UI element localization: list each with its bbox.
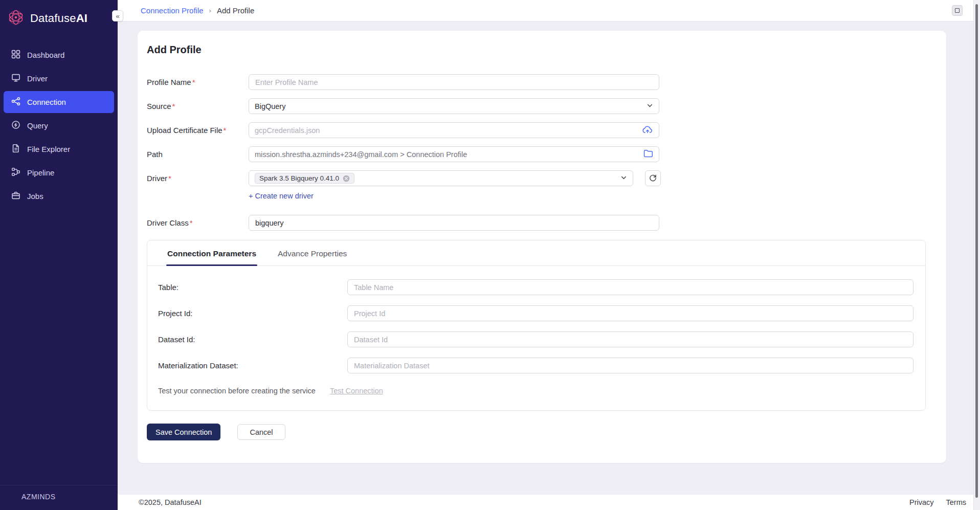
sidebar-item-connection[interactable]: Connection [4,91,114,113]
tab-advance-properties[interactable]: Advance Properties [277,240,348,265]
materialization-dataset-row: Materialization Dataset: [158,358,914,373]
create-driver-row: + Create new driver [249,191,926,201]
project-id-input[interactable] [347,305,914,321]
parameters-panel: Connection Parameters Advance Properties… [147,240,926,411]
footer-privacy-link[interactable]: Privacy [909,498,934,506]
profile-name-label: Profile Name* [147,74,249,86]
required-mark: * [168,174,171,183]
connection-icon [11,97,20,107]
sidebar-item-file-explorer[interactable]: File Explorer [4,138,114,160]
dashboard-icon [11,50,20,60]
sidebar-item-query[interactable]: Query [4,115,114,137]
required-mark: * [172,102,175,110]
sidebar-item-label: Pipeline [27,168,54,177]
chip-remove-icon[interactable] [343,175,350,182]
table-label: Table: [158,283,347,292]
certificate-row: Upload Certificate File* gcpCredentials.… [147,122,926,138]
breadcrumb-separator-icon: › [209,7,211,14]
sidebar-nav: Dashboard Driver Connection [0,39,118,485]
driver-class-input[interactable] [249,215,659,231]
sidebar-collapse-button[interactable]: « [112,10,123,21]
driver-class-row: Driver Class* [147,215,926,231]
breadcrumb-connection-profile[interactable]: Connection Profile [141,6,204,15]
chevron-down-icon [620,174,627,183]
app-root: DatafuseAI Dashboard Driver [0,0,980,510]
driver-class-label: Driver Class* [147,215,249,227]
collapse-icon: « [116,12,119,20]
source-label: Source* [147,98,249,110]
brand-logo-icon [7,9,25,28]
sidebar-item-dashboard[interactable]: Dashboard [4,44,114,66]
create-new-driver-link[interactable]: + Create new driver [249,192,314,200]
driver-chip-label: Spark 3.5 Bigquery 0.41.0 [259,174,339,182]
breadcrumb-current: Add Profile [217,6,254,15]
page-content: Add Profile Profile Name* Source* BigQue… [118,21,980,495]
form-actions: Save Connection Cancel [147,424,926,440]
required-mark: * [190,218,193,227]
tab-connection-parameters[interactable]: Connection Parameters [166,240,257,265]
sidebar-item-label: Driver [27,74,48,83]
file-explorer-icon [11,144,20,154]
sidebar: DatafuseAI Dashboard Driver [0,0,118,510]
test-connection-row: Test your connection before creating the… [158,387,914,395]
driver-label: Driver* [147,170,249,183]
source-selected-value: BigQuery [255,102,285,110]
sidebar-item-jobs[interactable]: Jobs [4,185,114,207]
topbar: Connection Profile › Add Profile [118,0,980,21]
cancel-button[interactable]: Cancel [237,424,285,440]
footer-terms-link[interactable]: Terms [946,498,966,506]
path-row: Path mission.shrestha.azminds+234@gmail.… [147,146,926,162]
source-row: Source* BigQuery [147,98,926,114]
top-right-widget-button[interactable] [952,5,963,16]
materialization-dataset-input[interactable] [347,358,914,373]
driver-select[interactable]: Spark 3.5 Bigquery 0.41.0 [249,170,633,186]
save-connection-button[interactable]: Save Connection [147,424,220,440]
dataset-id-label: Dataset Id: [158,335,347,344]
refresh-drivers-button[interactable] [645,170,661,186]
scrollbar-thumb[interactable] [975,4,978,498]
sidebar-item-pipeline[interactable]: Pipeline [4,162,114,184]
materialization-dataset-label: Materialization Dataset: [158,361,347,370]
sidebar-item-label: File Explorer [27,145,70,153]
certificate-upload-field[interactable]: gcpCredentials.json [249,122,659,138]
add-profile-card: Add Profile Profile Name* Source* BigQue… [138,31,946,463]
driver-row: Driver* Spark 3.5 Bigquery 0.41.0 [147,170,926,186]
footer-links: Privacy Terms [909,498,966,506]
sidebar-item-label: Dashboard [27,51,64,59]
pipeline-icon [11,167,20,178]
required-mark: * [192,78,195,86]
jobs-icon [11,191,20,202]
tab-bar: Connection Parameters Advance Properties [147,240,925,266]
driver-chip[interactable]: Spark 3.5 Bigquery 0.41.0 [255,173,354,184]
parameters-body: Table: Project Id: Dataset Id: M [147,266,925,410]
sidebar-item-label: Jobs [27,192,43,201]
folder-icon[interactable] [643,149,653,159]
dataset-id-input[interactable] [347,331,914,347]
project-id-label: Project Id: [158,309,347,318]
refresh-icon [649,174,657,183]
main-area: Connection Profile › Add Profile Add Pro… [118,0,980,510]
source-select[interactable]: BigQuery [249,98,659,114]
profile-name-input[interactable] [249,74,659,90]
project-id-row: Project Id: [158,305,914,321]
page-footer: ©2025, DatafuseAI Privacy Terms [118,495,980,510]
brand-logo[interactable]: DatafuseAI [0,0,118,39]
page-title: Add Profile [147,44,926,56]
path-field[interactable]: mission.shrestha.azminds+234@gmail.com >… [249,146,659,162]
cloud-upload-icon[interactable] [642,125,653,136]
driver-icon [11,73,20,84]
window-scrollbar [973,0,980,510]
footer-copyright: ©2025, DatafuseAI [139,498,202,506]
breadcrumb: Connection Profile › Add Profile [141,6,254,15]
sidebar-item-label: Query [27,121,48,130]
certificate-placeholder: gcpCredentials.json [255,126,320,135]
test-connection-hint: Test your connection before creating the… [158,387,316,395]
certificate-label: Upload Certificate File* [147,122,249,135]
brand-name: DatafuseAI [30,12,87,25]
test-connection-link[interactable]: Test Connection [330,387,383,395]
dataset-id-row: Dataset Id: [158,331,914,347]
table-input[interactable] [347,279,914,295]
sidebar-item-label: Connection [27,98,66,106]
sidebar-org-label: AZMINDS [0,485,118,510]
sidebar-item-driver[interactable]: Driver [4,68,114,90]
